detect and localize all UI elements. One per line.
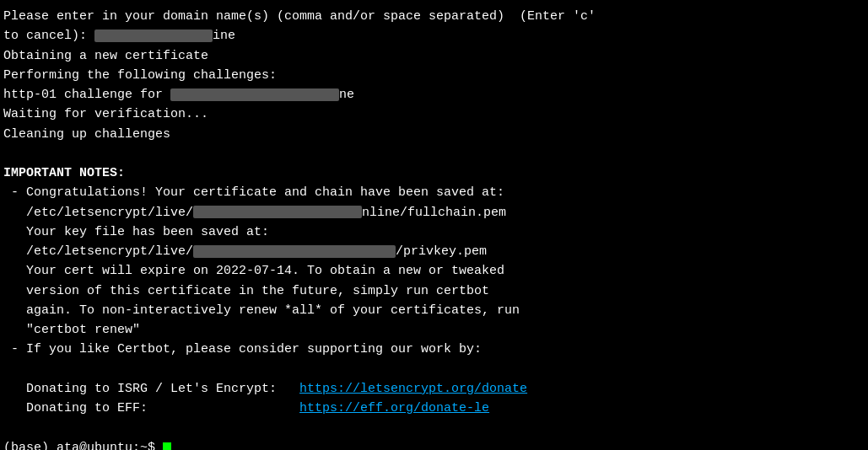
line-6: Waiting for verification... [3, 104, 865, 124]
link-letsencrypt-donate[interactable]: https://letsencrypt.org/donate [299, 382, 527, 396]
line-2: to cancel): ine [3, 26, 865, 46]
line-keyfile: Your key file has been saved at: [3, 222, 865, 242]
redacted-domain-4 [193, 245, 396, 258]
line-donate-eff: Donating to EFF: https://eff.org/donate-… [3, 399, 865, 418]
line-3: Obtaining a new certificate [3, 46, 865, 66]
line-donate-isrg: Donating to ISRG / Let's Encrypt: https:… [3, 379, 865, 399]
shell-prompt: (base) ata@ubuntu:~$ [3, 441, 163, 451]
line-5: http-01 challenge for ne [3, 85, 865, 104]
line-congrats: - Congratulations! Your certificate and … [3, 183, 865, 202]
empty-line-3 [3, 418, 865, 437]
line-certbot-renew: "certbot renew" [3, 320, 865, 340]
cursor-block [163, 442, 171, 451]
line-if: - If you like Certbot, please consider s… [3, 340, 865, 359]
redacted-domain-2 [170, 88, 339, 101]
redacted-domain-1 [94, 29, 213, 42]
empty-line-1 [3, 144, 865, 163]
line-expire1: Your cert will expire on 2022-07-14. To … [3, 261, 865, 281]
line-7: Cleaning up challenges [3, 125, 865, 144]
line-privkey: /etc/letsencrypt/live/ /privkey.pem [3, 242, 865, 261]
line-important-notes: IMPORTANT NOTES: [3, 163, 865, 183]
terminal-window: Please enter in your domain name(s) (com… [0, 0, 868, 450]
line-expire3: again. To non-interactively renew *all* … [3, 301, 865, 320]
line-fullchain: /etc/letsencrypt/live/ nline/fullchain.p… [3, 203, 865, 222]
line-1: Please enter in your domain name(s) (com… [3, 7, 865, 26]
line-expire2: version of this certificate in the futur… [3, 281, 865, 301]
line-4: Performing the following challenges: [3, 66, 865, 85]
empty-line-2 [3, 360, 865, 379]
link-eff-donate[interactable]: https://eff.org/donate-le [299, 401, 489, 415]
prompt-line: (base) ata@ubuntu:~$ [3, 438, 865, 451]
redacted-domain-3 [193, 206, 362, 218]
